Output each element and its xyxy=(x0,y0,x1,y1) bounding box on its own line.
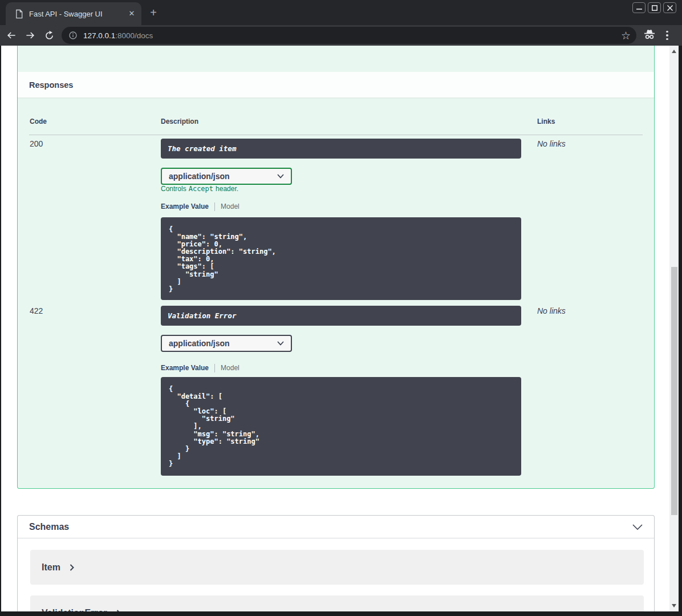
close-icon xyxy=(667,5,673,11)
reload-button[interactable] xyxy=(42,28,56,43)
responses-title: Responses xyxy=(29,80,73,90)
forward-button[interactable] xyxy=(23,28,38,43)
scrollbar-down-arrow-icon[interactable] xyxy=(672,604,676,607)
responses-panel: Responses Code Description Links 200 The… xyxy=(17,46,655,489)
responses-section-header: Responses xyxy=(18,72,654,98)
scrollbar-up-arrow-icon[interactable] xyxy=(672,50,676,53)
schema-model-item[interactable]: Item xyxy=(30,550,644,585)
browser-menu-button[interactable] xyxy=(663,29,671,42)
example-json-422: { "detail": [ { "loc": [ "string" ], "ms… xyxy=(169,386,513,468)
bookmark-star-icon[interactable]: ☆ xyxy=(621,30,631,41)
example-model-tabs-422: Example Value Model xyxy=(161,363,239,373)
scrollbar-thumb[interactable] xyxy=(671,267,677,515)
schemas-section: Schemas Item ValidationError xyxy=(17,515,655,611)
swagger-docs-page: Responses Code Description Links 200 The… xyxy=(1,46,669,611)
column-header-description: Description xyxy=(161,117,198,125)
url-host: 127.0.0.1 xyxy=(83,31,115,40)
forward-arrow-icon xyxy=(25,30,36,41)
reload-icon xyxy=(44,30,55,41)
schemas-section-header[interactable]: Schemas xyxy=(18,516,654,538)
content-type-select-422[interactable]: application/json xyxy=(161,335,292,352)
page-scrollbar[interactable] xyxy=(669,46,679,611)
tab-model[interactable]: Model xyxy=(221,364,239,372)
response-200-description: The created item xyxy=(168,144,236,153)
chevron-down-icon xyxy=(277,174,284,179)
response-code-422: 422 xyxy=(30,306,43,315)
tab-title: Fast API - Swagger UI xyxy=(29,10,127,18)
new-tab-button[interactable]: + xyxy=(147,7,160,19)
browser-titlebar: Fast API - Swagger UI ✕ + xyxy=(0,0,682,25)
browser-tab[interactable]: Fast API - Swagger UI ✕ xyxy=(6,2,141,25)
accept-note-prefix: Controls xyxy=(161,185,186,193)
url-text[interactable]: 127.0.0.1:8000/docs xyxy=(83,31,621,40)
column-header-links: Links xyxy=(537,117,555,125)
example-model-tabs-200: Example Value Model xyxy=(161,201,239,212)
response-422-description: Validation Error xyxy=(168,311,236,320)
example-json-block-200: { "name": "string", "price": 0, "descrip… xyxy=(161,217,521,300)
response-code-200: 200 xyxy=(30,139,43,148)
example-json-200: { "name": "string", "price": 0, "descrip… xyxy=(169,226,513,293)
column-header-code: Code xyxy=(30,117,47,125)
chevron-right-icon xyxy=(116,610,121,612)
tab-example-value[interactable]: Example Value xyxy=(161,202,209,210)
window-maximize-button[interactable] xyxy=(648,2,661,13)
response-200-links: No links xyxy=(537,139,566,148)
tab-model[interactable]: Model xyxy=(221,202,239,210)
address-bar[interactable]: 127.0.0.1:8000/docs ☆ xyxy=(62,27,636,44)
chevron-down-icon xyxy=(277,341,284,346)
back-button[interactable] xyxy=(4,28,19,43)
maximize-icon xyxy=(652,5,657,11)
accept-note-code: Accept xyxy=(189,185,213,193)
chevron-down-icon[interactable] xyxy=(632,524,643,530)
schema-model-validationerror[interactable]: ValidationError xyxy=(30,595,644,611)
content-type-value-200: application/json xyxy=(169,172,230,181)
content-type-value-422: application/json xyxy=(169,339,230,348)
table-header-divider xyxy=(29,135,643,135)
example-json-block-422: { "detail": [ { "loc": [ "string" ], "ms… xyxy=(161,377,521,476)
tab-close-icon[interactable]: ✕ xyxy=(127,9,137,19)
site-info-icon[interactable] xyxy=(68,31,78,40)
window-minimize-button[interactable] xyxy=(632,2,646,13)
tab-separator xyxy=(214,202,215,211)
window-close-button[interactable] xyxy=(663,2,676,13)
url-path: :8000/docs xyxy=(115,31,153,40)
response-422-description-box: Validation Error xyxy=(161,306,521,326)
tab-separator xyxy=(214,364,215,372)
schema-model-item-label: Item xyxy=(42,562,60,573)
page-favicon-icon xyxy=(15,9,23,19)
schema-model-validationerror-label: ValidationError xyxy=(42,608,107,612)
accept-header-note: ControlsAcceptheader. xyxy=(161,185,238,193)
back-arrow-icon xyxy=(6,30,17,41)
incognito-icon xyxy=(643,28,656,43)
schemas-title: Schemas xyxy=(29,522,69,532)
minimize-icon xyxy=(636,5,642,11)
response-422-links: No links xyxy=(537,306,566,315)
content-type-select-200[interactable]: application/json xyxy=(161,168,292,185)
tab-example-value[interactable]: Example Value xyxy=(161,364,209,372)
response-200-description-box: The created item xyxy=(161,139,521,159)
accept-note-suffix: header. xyxy=(216,185,238,193)
chevron-right-icon xyxy=(70,564,74,571)
